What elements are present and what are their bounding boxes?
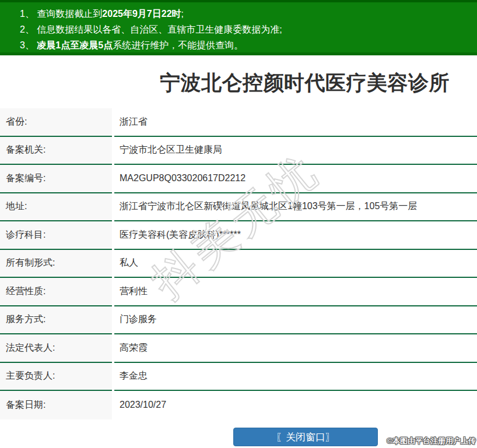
notice-segment-bold: 2025年9月7日22时 bbox=[102, 9, 181, 19]
field-label: 备案日期: bbox=[0, 391, 112, 419]
field-label: 服务方式: bbox=[0, 306, 112, 335]
field-label: 经营性质: bbox=[0, 278, 112, 306]
field-label: 诊疗科目: bbox=[0, 221, 112, 250]
table-row: 诊疗科目:医疗美容科(美容皮肤科)****** bbox=[0, 221, 477, 250]
field-value: 营利性 bbox=[114, 278, 477, 306]
notice-line: 1、 查询数据截止到2025年9月7日22时; bbox=[20, 6, 471, 22]
close-window-button[interactable]: 〖关闭窗口〗 bbox=[233, 428, 378, 446]
notice-line: 3、 凌晨1点至凌晨5点系统进行维护，不能提供查询。 bbox=[20, 37, 471, 53]
notice-line: 2、 信息数据结果以各省、自治区、直辖市卫生健康委数据为准; bbox=[20, 22, 471, 37]
table-row: 服务方式:门诊服务 bbox=[0, 306, 477, 335]
notice-banner: 1、 查询数据截止到2025年9月7日22时;2、 信息数据结果以各省、自治区、… bbox=[0, 0, 477, 55]
notice-segment: 2、 信息数据结果以各省、自治区、直辖市卫生健康委数据为准; bbox=[20, 24, 282, 34]
field-label: 省份: bbox=[0, 108, 112, 137]
page-title: 宁波北仑控颜时代医疗美容诊所 bbox=[160, 71, 450, 94]
table-row: 备案机关:宁波市北仑区卫生健康局 bbox=[0, 137, 477, 165]
table-row: 备案编号:MA2GUP8Q033020617D2212 bbox=[0, 165, 477, 193]
field-value: 高荣霞 bbox=[114, 334, 477, 363]
field-value: MA2GUP8Q033020617D2212 bbox=[114, 165, 477, 193]
table-row: 主要负责人:李金忠 bbox=[0, 363, 477, 391]
field-value: 2023/10/27 bbox=[114, 391, 477, 419]
field-value: 浙江省 bbox=[114, 108, 477, 137]
field-label: 备案编号: bbox=[0, 165, 112, 193]
table-row: 经营性质:营利性 bbox=[0, 278, 477, 306]
table-row: 所有制形式:私人 bbox=[0, 250, 477, 278]
table-row: 法定代表人:高荣霞 bbox=[0, 334, 477, 363]
field-value: 门诊服务 bbox=[114, 306, 477, 335]
notice-segment: 3、 bbox=[20, 40, 37, 50]
notice-line-list: 1、 查询数据截止到2025年9月7日22时;2、 信息数据结果以各省、自治区、… bbox=[20, 6, 471, 53]
field-label: 主要负责人: bbox=[0, 363, 112, 391]
field-label: 备案机关: bbox=[0, 137, 112, 165]
record-table: 省份:浙江省备案机关:宁波市北仑区卫生健康局备案编号:MA2GUP8Q03302… bbox=[0, 108, 477, 419]
field-value: 医疗美容科(美容皮肤科)****** bbox=[114, 221, 477, 250]
field-label: 地址: bbox=[0, 193, 112, 222]
field-value: 私人 bbox=[114, 250, 477, 278]
notice-segment: ; bbox=[181, 9, 184, 19]
upload-credit-text: ©本图由平台注册用户上传 bbox=[387, 436, 476, 446]
field-value: 浙江省宁波市北仑区新碶街道凤凰城北区1幢103号第一层，105号第一层 bbox=[114, 193, 477, 222]
notice-segment: 1、 查询数据截止到 bbox=[20, 9, 102, 19]
notice-segment: 系统进行维护，不能提供查询。 bbox=[113, 40, 243, 50]
field-value: 宁波市北仑区卫生健康局 bbox=[114, 137, 477, 165]
field-value: 李金忠 bbox=[114, 363, 477, 391]
notice-segment-bold: 凌晨1点至凌晨5点 bbox=[37, 40, 113, 50]
table-row: 地址:浙江省宁波市北仑区新碶街道凤凰城北区1幢103号第一层，105号第一层 bbox=[0, 193, 477, 222]
table-row: 省份:浙江省 bbox=[0, 108, 477, 137]
field-label: 所有制形式: bbox=[0, 250, 112, 278]
table-row: 备案日期:2023/10/27 bbox=[0, 391, 477, 419]
field-label: 法定代表人: bbox=[0, 334, 112, 363]
